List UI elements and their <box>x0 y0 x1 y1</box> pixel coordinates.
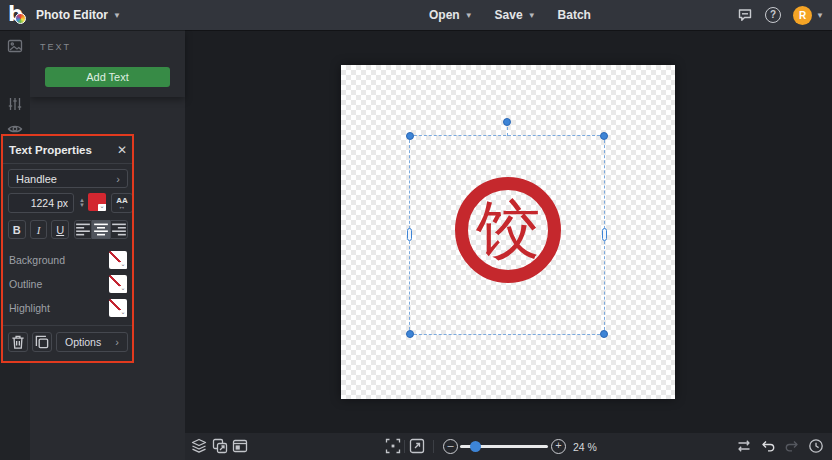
background-label: Background <box>9 254 65 266</box>
outline-color-swatch[interactable]: ⌄ <box>109 275 127 293</box>
zoom-slider[interactable] <box>460 445 548 448</box>
rotate-handle[interactable] <box>503 118 511 126</box>
undo-icon[interactable] <box>760 438 776 454</box>
close-icon[interactable]: ✕ <box>117 144 127 156</box>
resize-handle-bottom-right[interactable] <box>600 330 608 338</box>
feedback-chat-icon[interactable] <box>737 7 753 23</box>
before-after-compare-icon[interactable] <box>736 438 752 454</box>
zoom-slider-thumb[interactable] <box>470 441 481 452</box>
swap-image-icon[interactable] <box>212 438 228 454</box>
outline-label: Outline <box>9 278 42 290</box>
underline-button[interactable]: U <box>51 220 69 239</box>
align-right-button[interactable] <box>110 220 128 239</box>
swatch-corner-chevron: ⌄ <box>119 310 127 317</box>
delete-text-button[interactable] <box>8 332 28 352</box>
image-manager-icon[interactable] <box>7 38 23 54</box>
resize-handle-top-left[interactable] <box>406 132 414 140</box>
avatar: R <box>793 6 812 25</box>
chevron-right-icon: › <box>116 173 120 185</box>
resize-handle-bottom-left[interactable] <box>406 330 414 338</box>
zoom-in-button[interactable]: + <box>551 439 566 454</box>
alignment-group <box>74 220 128 239</box>
resize-handle-top-right[interactable] <box>600 132 608 140</box>
italic-button[interactable]: I <box>30 220 48 239</box>
chevron-down-icon: ▼ <box>816 11 824 20</box>
swatch-corner-chevron: ⌄ <box>119 286 127 293</box>
open-menu[interactable]: Open ▼ <box>429 8 473 22</box>
options-button[interactable]: Options › <box>56 332 128 352</box>
bottom-toolbar: – + 24 % <box>185 433 832 460</box>
befunky-logo[interactable]: b <box>8 2 30 28</box>
chevron-right-icon: › <box>115 336 119 348</box>
swatch-corner-chevron: ⌄ <box>98 204 106 211</box>
resize-handle-middle-right[interactable] <box>602 228 607 241</box>
adjust-sliders-icon[interactable] <box>7 96 23 112</box>
background-color-swatch[interactable]: ⌄ <box>109 251 127 269</box>
zoom-out-button[interactable]: – <box>443 439 458 454</box>
highlight-label: Highlight <box>9 302 50 314</box>
save-menu[interactable]: Save ▼ <box>495 8 536 22</box>
eye-icon[interactable] <box>7 121 23 137</box>
text-section-label: TEXT <box>40 42 71 52</box>
swatch-corner-chevron: ⌄ <box>119 262 127 269</box>
font-family-value: Handlee <box>16 173 57 185</box>
font-family-select[interactable]: Handlee › <box>8 169 128 188</box>
divider <box>404 440 405 453</box>
divider <box>3 163 133 164</box>
divider <box>3 325 133 326</box>
rotation-connector-line <box>507 127 508 136</box>
panel-title: Text Properties <box>9 144 92 156</box>
chevron-down-icon: ▼ <box>528 11 536 20</box>
redo-icon[interactable] <box>784 438 800 454</box>
fit-to-screen-icon[interactable] <box>385 438 401 454</box>
logo-rainbow-disc <box>15 13 26 24</box>
chevron-down-icon: ▼ <box>465 11 473 20</box>
align-left-button[interactable] <box>74 220 92 239</box>
chevron-down-icon: ▼ <box>113 11 121 20</box>
highlight-color-swatch[interactable]: ⌄ <box>109 299 127 317</box>
app-switcher-menu[interactable]: Photo Editor ▼ <box>36 0 121 30</box>
bold-button[interactable]: B <box>8 220 26 239</box>
history-icon[interactable] <box>808 438 824 454</box>
text-tool-flyout: TEXT Add Text <box>30 30 185 97</box>
divider <box>433 440 434 453</box>
font-size-input[interactable] <box>8 193 74 213</box>
layers-icon[interactable] <box>191 438 207 454</box>
text-properties-panel: Text Properties ✕ Handlee › ▲▼ ⌄ AA ↔ B … <box>3 136 133 362</box>
text-color-swatch[interactable]: ⌄ <box>88 193 106 211</box>
selection-box[interactable] <box>409 135 605 335</box>
app-menu-label: Photo Editor <box>36 8 108 22</box>
batch-button[interactable]: Batch <box>558 8 591 22</box>
top-bar: b Photo Editor ▼ Open ▼ Save ▼ Batch ? R… <box>0 0 832 30</box>
size-stepper[interactable]: ▲▼ <box>77 193 87 213</box>
image-canvas-transparent[interactable]: 饺 <box>341 65 675 399</box>
zoom-level-value: 24 % <box>573 441 597 453</box>
help-icon[interactable]: ? <box>765 7 781 23</box>
horizontal-arrow-icon: ↔ <box>119 204 126 210</box>
manage-panels-icon[interactable] <box>232 438 248 454</box>
resize-handle-middle-left[interactable] <box>407 228 412 241</box>
fullscreen-expand-icon[interactable] <box>409 438 425 454</box>
duplicate-text-button[interactable] <box>32 332 52 352</box>
letter-spacing-button[interactable]: AA ↔ <box>111 193 133 213</box>
editor-workspace[interactable]: 饺 <box>185 30 832 433</box>
add-text-button[interactable]: Add Text <box>45 67 170 87</box>
account-menu[interactable]: R ▼ <box>793 6 824 25</box>
align-center-button[interactable] <box>92 220 110 239</box>
